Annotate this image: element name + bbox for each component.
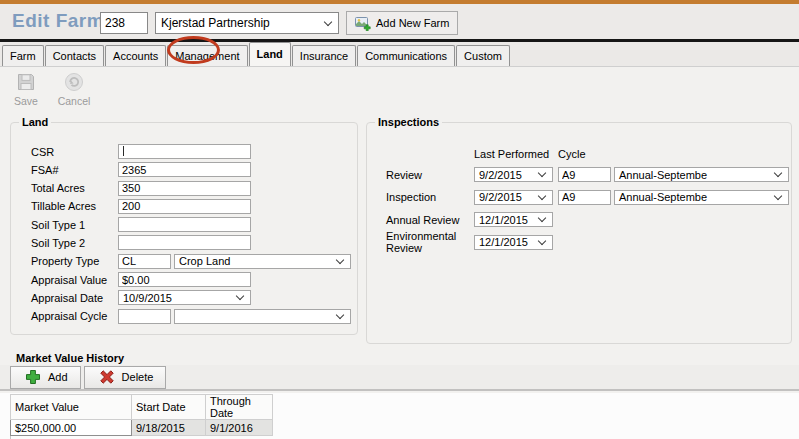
add-label: Add — [48, 371, 68, 383]
chevron-down-icon — [774, 191, 782, 199]
tab-page-land: Save Cancel Land CSR FSA# — [0, 66, 799, 439]
soil-type-1-field[interactable] — [118, 217, 251, 232]
delete-button[interactable]: Delete — [84, 366, 167, 389]
save-floppy-icon — [15, 71, 37, 93]
inspections-group: Inspections Last Performed Cycle Review … — [366, 122, 792, 344]
csr-field[interactable] — [118, 144, 251, 159]
inspection-last-performed-value: 9/2/2015 — [479, 191, 522, 203]
chevron-down-icon — [538, 169, 546, 177]
market-value-table: Market Value Start Date Through Date $25… — [10, 394, 273, 436]
review-last-performed-dropdown[interactable]: 9/2/2015 — [474, 167, 553, 182]
appraisal-cycle-dropdown[interactable] — [174, 309, 351, 324]
market-value-column-header[interactable]: Market Value — [11, 395, 132, 420]
review-cycle-dropdown[interactable]: Annual-Septembe — [614, 167, 789, 182]
cancel-undo-icon — [63, 71, 85, 93]
review-cycle-code-field[interactable] — [558, 167, 611, 182]
property-type-code-field[interactable] — [118, 254, 171, 269]
chevron-down-icon — [538, 191, 546, 199]
appraisal-cycle-code-field[interactable] — [118, 309, 171, 324]
environmental-review-last-performed-value: 12/1/2015 — [479, 236, 528, 248]
farm-number-field[interactable] — [100, 12, 148, 34]
add-new-farm-button[interactable]: Add New Farm — [346, 11, 458, 35]
fsa-label: FSA# — [31, 164, 118, 176]
through-date-cell[interactable]: 9/1/2016 — [206, 420, 273, 436]
cancel-label: Cancel — [58, 95, 91, 107]
annual-review-label: Annual Review — [386, 214, 474, 226]
environmental-review-last-performed-dropdown[interactable]: 12/1/2015 — [474, 235, 553, 250]
review-cycle-value: Annual-Septembe — [619, 169, 707, 181]
inspection-cycle-dropdown[interactable]: Annual-Septembe — [614, 190, 789, 205]
page-title: Edit Farm — [12, 10, 104, 32]
table-row[interactable]: $250,000.00 9/18/2015 9/1/2016 — [11, 420, 273, 436]
tillable-acres-label: Tillable Acres — [31, 200, 118, 212]
total-acres-field[interactable] — [118, 181, 251, 196]
add-new-farm-label: Add New Farm — [376, 17, 449, 29]
farm-name-value: Kjerstad Partnership — [161, 16, 270, 30]
start-date-column-header[interactable]: Start Date — [132, 395, 206, 420]
inspections-group-title: Inspections — [375, 116, 442, 128]
soil-type-2-label: Soil Type 2 — [31, 237, 118, 249]
tab-insurance[interactable]: Insurance — [292, 45, 356, 66]
add-farm-icon — [355, 16, 371, 31]
appraisal-date-value: 10/9/2015 — [123, 292, 172, 304]
cycle-column-header: Cycle — [558, 148, 586, 160]
tillable-acres-field[interactable] — [118, 199, 251, 214]
inspection-cycle-code-field[interactable] — [558, 190, 611, 205]
review-label: Review — [386, 169, 474, 181]
cancel-button[interactable]: Cancel — [56, 71, 92, 107]
add-button[interactable]: Add — [10, 366, 81, 389]
total-acres-label: Total Acres — [31, 182, 118, 194]
land-group-title: Land — [19, 116, 51, 128]
chevron-down-icon — [336, 310, 344, 318]
annual-review-last-performed-dropdown[interactable]: 12/1/2015 — [474, 212, 553, 227]
save-button[interactable]: Save — [8, 71, 44, 107]
tab-land[interactable]: Land — [249, 42, 291, 66]
inspection-label: Inspection — [386, 191, 474, 203]
through-date-column-header[interactable]: Through Date — [206, 395, 273, 420]
review-last-performed-value: 9/2/2015 — [479, 169, 522, 181]
x-icon — [99, 369, 115, 385]
tab-custom[interactable]: Custom — [456, 45, 510, 66]
tab-accounts[interactable]: Accounts — [105, 45, 166, 66]
save-label: Save — [14, 95, 38, 107]
tab-communications[interactable]: Communications — [357, 45, 455, 66]
appraisal-date-label: Appraisal Date — [31, 292, 118, 304]
chevron-down-icon — [236, 292, 244, 300]
soil-type-1-label: Soil Type 1 — [31, 219, 118, 231]
last-performed-column-header: Last Performed — [474, 148, 558, 160]
plus-icon — [25, 369, 41, 385]
table-header-row: Market Value Start Date Through Date — [11, 395, 273, 420]
delete-label: Delete — [122, 371, 154, 383]
market-value-cell[interactable]: $250,000.00 — [11, 420, 132, 436]
toolbar: Save Cancel — [8, 71, 92, 107]
tab-contacts[interactable]: Contacts — [45, 45, 104, 66]
appraisal-date-dropdown[interactable]: 10/9/2015 — [118, 290, 251, 305]
tab-management[interactable]: Management — [167, 45, 247, 66]
market-value-history-title: Market Value History — [16, 352, 124, 364]
market-value-grid-area: Market Value Start Date Through Date $25… — [0, 393, 799, 439]
appraisal-value-field[interactable] — [118, 272, 251, 287]
inspection-cycle-value: Annual-Septembe — [619, 191, 707, 203]
soil-type-2-field[interactable] — [118, 235, 251, 250]
chevron-down-icon — [538, 214, 546, 222]
annual-review-last-performed-value: 12/1/2015 — [479, 214, 528, 226]
property-type-value: Crop Land — [179, 255, 230, 267]
market-value-toolbar: Add Delete — [0, 365, 799, 391]
chevron-down-icon — [324, 17, 332, 25]
property-type-label: Property Type — [31, 255, 118, 267]
chevron-down-icon — [336, 256, 344, 264]
appraisal-cycle-label: Appraisal Cycle — [31, 310, 118, 322]
appraisal-value-label: Appraisal Value — [31, 274, 118, 286]
csr-label: CSR — [31, 146, 118, 158]
start-date-cell[interactable]: 9/18/2015 — [132, 420, 206, 436]
fsa-field[interactable] — [118, 162, 251, 177]
chevron-down-icon — [538, 236, 546, 244]
tab-strip: Farm Contacts Accounts Management Land I… — [0, 42, 799, 66]
chevron-down-icon — [774, 169, 782, 177]
land-group: Land CSR FSA# Total Acres Tillable Acres — [10, 122, 358, 335]
inspection-last-performed-dropdown[interactable]: 9/2/2015 — [474, 190, 553, 205]
text-cursor — [123, 146, 124, 156]
tab-farm[interactable]: Farm — [2, 45, 44, 66]
property-type-dropdown[interactable]: Crop Land — [174, 254, 351, 269]
farm-name-dropdown[interactable]: Kjerstad Partnership — [155, 12, 339, 34]
